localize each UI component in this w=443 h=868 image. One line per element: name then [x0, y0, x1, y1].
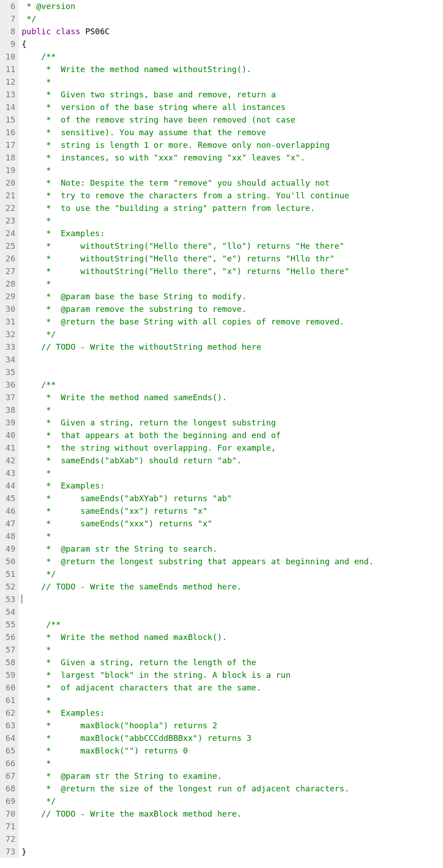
code-line[interactable]: * string is length 1 or more. Remove onl…: [22, 139, 443, 151]
line-number: 21: [2, 189, 15, 202]
line-number: 37: [2, 391, 15, 404]
comment-token: * that appears at both the beginning and…: [22, 430, 281, 440]
code-line[interactable]: * Write the method named maxBlock().: [22, 631, 443, 644]
code-line[interactable]: * sameEnds("abXab") should return "ab".: [22, 454, 443, 467]
line-number: 69: [2, 795, 15, 808]
code-line[interactable]: * Given a string, return the longest sub…: [22, 416, 443, 429]
code-line[interactable]: *: [22, 467, 443, 480]
code-line[interactable]: }: [22, 845, 443, 858]
code-line[interactable]: * Examples:: [22, 707, 443, 719]
line-number: 62: [2, 707, 15, 719]
code-line[interactable]: * Examples:: [22, 480, 443, 492]
code-line[interactable]: [22, 353, 443, 366]
keyword-token: public: [22, 27, 51, 36]
line-number: 10: [2, 50, 15, 63]
code-line[interactable]: * @param remove the substring to remove.: [22, 303, 443, 315]
code-line[interactable]: */: [22, 568, 443, 580]
comment-token: * string is length 1 or more. Remove onl…: [22, 140, 330, 150]
code-line[interactable]: *: [22, 644, 443, 656]
code-line[interactable]: * try to remove the characters from a st…: [22, 189, 443, 202]
code-line[interactable]: * @version: [22, 0, 443, 13]
keyword-token: class: [56, 27, 80, 36]
line-number: 27: [2, 265, 15, 278]
code-line[interactable]: * @param base the base String to modify.: [22, 290, 443, 303]
code-line[interactable]: * Given a string, return the length of t…: [22, 656, 443, 669]
code-line[interactable]: *: [22, 694, 443, 707]
code-line[interactable]: * version of the base string where all i…: [22, 101, 443, 114]
line-number-gutter: 6789101112131415161718192021222324252627…: [0, 0, 19, 858]
code-line[interactable]: * Given two strings, base and remove, re…: [22, 88, 443, 101]
code-line[interactable]: *: [22, 76, 443, 88]
code-line[interactable]: * largest "block" in the string. A block…: [22, 669, 443, 681]
code-line[interactable]: /**: [22, 379, 443, 391]
code-line[interactable]: * @return the longest substring that app…: [22, 555, 443, 568]
code-line[interactable]: * the string without overlapping. For ex…: [22, 442, 443, 454]
code-line[interactable]: *: [22, 404, 443, 416]
comment-token: */: [22, 796, 56, 806]
comment-token: * Write the method named withoutString()…: [22, 64, 251, 74]
code-line[interactable]: * sameEnds("xxx") returns "x": [22, 517, 443, 530]
code-line[interactable]: * Note: Despite the term "remove" you sh…: [22, 177, 443, 189]
code-line[interactable]: *: [22, 757, 443, 770]
code-line[interactable]: * @return the base String with all copie…: [22, 315, 443, 328]
code-line[interactable]: * sameEnds("abXYab") returns "ab": [22, 492, 443, 505]
code-line[interactable]: * withoutString("Hello there", "llo") re…: [22, 240, 443, 252]
code-line[interactable]: */: [22, 328, 443, 341]
code-line[interactable]: *: [22, 164, 443, 177]
comment-token: * version of the base string where all i…: [22, 102, 286, 112]
comment-token: * @version: [22, 1, 75, 11]
code-line[interactable]: * @return the size of the longest run of…: [22, 782, 443, 795]
code-line[interactable]: [22, 606, 443, 618]
code-line[interactable]: [22, 366, 443, 379]
comment-token: * @param base the base String to modify.: [22, 292, 247, 301]
code-line[interactable]: // TODO - Write the sameEnds method here…: [22, 580, 443, 593]
code-line[interactable]: /**: [22, 50, 443, 63]
comment-token: * the string without overlapping. For ex…: [22, 443, 276, 452]
code-line[interactable]: */: [22, 13, 443, 25]
code-line[interactable]: *: [22, 530, 443, 543]
line-number: 55: [2, 618, 15, 631]
code-line[interactable]: /**: [22, 618, 443, 631]
code-line[interactable]: * Write the method named sameEnds().: [22, 391, 443, 404]
line-number: 71: [2, 820, 15, 833]
code-line[interactable]: * Examples:: [22, 227, 443, 240]
code-line[interactable]: [22, 820, 443, 833]
code-line[interactable]: [22, 833, 443, 845]
line-number: 18: [2, 151, 15, 164]
code-line[interactable]: * maxBlock("hoopla") returns 2: [22, 719, 443, 732]
line-number: 72: [2, 833, 15, 845]
line-number: 31: [2, 315, 15, 328]
line-number: 39: [2, 416, 15, 429]
code-line[interactable]: * of the remove string have been removed…: [22, 114, 443, 126]
code-line[interactable]: * of adjacent characters that are the sa…: [22, 681, 443, 694]
comment-token: /**: [22, 380, 56, 389]
comment-token: * withoutString("Hello there", "llo") re…: [22, 241, 344, 251]
code-line[interactable]: * @param str the String to search.: [22, 543, 443, 555]
code-line[interactable]: *: [22, 215, 443, 227]
code-line[interactable]: // TODO - Write the maxBlock method here…: [22, 808, 443, 820]
comment-token: * Given two strings, base and remove, re…: [22, 90, 276, 99]
code-line[interactable]: * sensitive). You may assume that the re…: [22, 126, 443, 139]
code-line[interactable]: public class PS06C: [22, 25, 443, 38]
code-line[interactable]: * maxBlock("") returns 0: [22, 745, 443, 757]
code-line[interactable]: * withoutString("Hello there", "x") retu…: [22, 265, 443, 278]
comment-token: *: [22, 645, 51, 654]
code-area[interactable]: * @version */public class PS06C{ /** * W…: [19, 0, 443, 858]
code-line[interactable]: *: [22, 278, 443, 290]
code-line[interactable]: * sameEnds("xx") returns "x": [22, 505, 443, 517]
code-line[interactable]: * withoutString("Hello there", "e") retu…: [22, 252, 443, 265]
code-line[interactable]: * Write the method named withoutString()…: [22, 63, 443, 76]
line-number: 53: [2, 593, 15, 606]
code-line[interactable]: * @param str the String to examine.: [22, 770, 443, 782]
comment-token: * Given a string, return the length of t…: [22, 658, 256, 667]
code-line[interactable]: * to use the "building a string" pattern…: [22, 202, 443, 215]
code-line[interactable]: {: [22, 38, 443, 50]
comment-token: // TODO - Write the sameEnds method here…: [41, 582, 241, 591]
code-line[interactable]: * maxBlock("abbCCCddBBBxx") returns 3: [22, 732, 443, 745]
code-line[interactable]: // TODO - Write the withoutString method…: [22, 341, 443, 353]
code-line[interactable]: * that appears at both the beginning and…: [22, 429, 443, 442]
code-editor[interactable]: 6789101112131415161718192021222324252627…: [0, 0, 443, 858]
code-line[interactable]: * instances, so with "xxx" removing "xx"…: [22, 151, 443, 164]
code-line[interactable]: [22, 593, 443, 606]
code-line[interactable]: */: [22, 795, 443, 808]
